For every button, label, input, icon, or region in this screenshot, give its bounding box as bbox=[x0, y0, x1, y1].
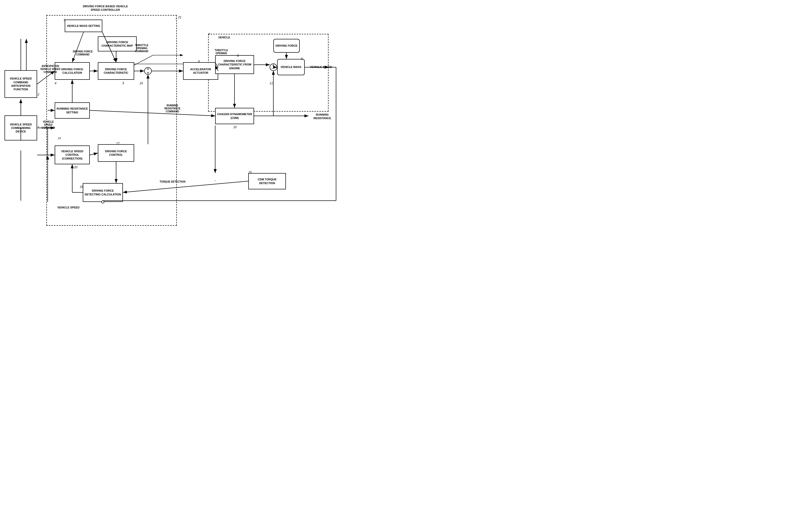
box-driving-force-label: DRIVING FORCE bbox=[273, 39, 300, 53]
label-vehicle-speed-right: VEHICLE SPEED bbox=[308, 65, 333, 69]
box-accelerator-actuator: ACCELERATOR ACTUATOR bbox=[183, 62, 218, 80]
ref-8: 8 bbox=[237, 54, 239, 57]
ref-21: 21 bbox=[178, 16, 181, 19]
box-df-from-engine: DRIVING FORCE CHARACTERISTIC FROM ENGINE bbox=[215, 55, 254, 74]
box-anticipation-function: VEHICLE SPEED COMMAND ANTICIPATION FUNCT… bbox=[4, 70, 37, 98]
label-running-resistance: RUNNING RESISTANCE bbox=[308, 113, 336, 120]
ref-20: 20 bbox=[74, 166, 77, 169]
diagram: 21 7 DRIVING FORCE BASED VEHICLE SPEED C… bbox=[0, 0, 396, 266]
ref-1: 1 bbox=[38, 126, 39, 129]
ref-10: 10 bbox=[233, 126, 236, 129]
ref-16: 16 bbox=[80, 185, 83, 189]
ref-3: 3 bbox=[63, 18, 65, 22]
label-vehicle: VEHICLE bbox=[218, 36, 230, 39]
box-running-resistance-setting: RUNNING RESISTANCE SETTING bbox=[55, 102, 90, 119]
box-cdm-torque: CDM TORQUE DETECTION bbox=[248, 173, 286, 189]
ref-6: 6 bbox=[198, 60, 200, 63]
ref-14: 14 bbox=[58, 137, 61, 140]
ref-5: 5 bbox=[122, 81, 124, 85]
box-df-characteristic: DRIVING FORCE CHARACTERISTIC bbox=[98, 62, 134, 80]
box-vehicle-speed-commanding: VEHICLE SPEED COMMANDING DEVICE bbox=[4, 115, 37, 140]
ref-2: 2 bbox=[38, 93, 39, 96]
label-torque-detection: TORQUE DETECTION bbox=[157, 180, 188, 183]
label-throttle-opening: THROTTLE OPENING bbox=[211, 49, 232, 55]
ref-4: 4 bbox=[55, 81, 56, 85]
ref-15: 15 bbox=[248, 171, 252, 174]
ref-9: 9 bbox=[301, 57, 303, 61]
label-vehicle-speed-cmd: VEHICLE SPEED COMMAND bbox=[39, 120, 58, 129]
box-vehicle-mass: VEHICLE MASS bbox=[277, 59, 305, 75]
label-anticipation-speed: ANTICIPATION VEHICLE SPEED COMMAND bbox=[40, 65, 61, 74]
box-df-detecting: DRIVING FORCE DETECTING CALCULATION bbox=[83, 183, 123, 202]
box-vehicle-speed-control: VEHICLE SPEED CONTROL (CORRECTION) bbox=[55, 146, 90, 164]
ref-19: 19 bbox=[139, 81, 143, 85]
box-df-control: DRIVING FORCE CONTROL bbox=[98, 144, 134, 162]
label-vehicle-speed-bottom: VEHICLE SPEED bbox=[55, 206, 82, 209]
box-chassis-dynamometer: CHASSIS DYNAMOMETER (CDM) bbox=[215, 108, 254, 124]
box-vehicle-mass-setting: VEHICLE MASS SETTING bbox=[65, 20, 102, 32]
ref-7: 7 bbox=[208, 33, 210, 36]
label-throttle-command: THROTTLE OPENING COMMAND bbox=[130, 44, 153, 53]
label-running-resistance-cmd: RUNNING RESISTANCE COMMAND bbox=[160, 104, 184, 113]
ref-17: 17 bbox=[116, 142, 119, 145]
label-df-command: DRIVING FORCE COMMAND bbox=[73, 50, 93, 56]
label-controller: DRIVING FORCE BASED VEHICLE SPEED CONTRO… bbox=[80, 4, 130, 12]
ref-11: 11 bbox=[270, 81, 273, 85]
